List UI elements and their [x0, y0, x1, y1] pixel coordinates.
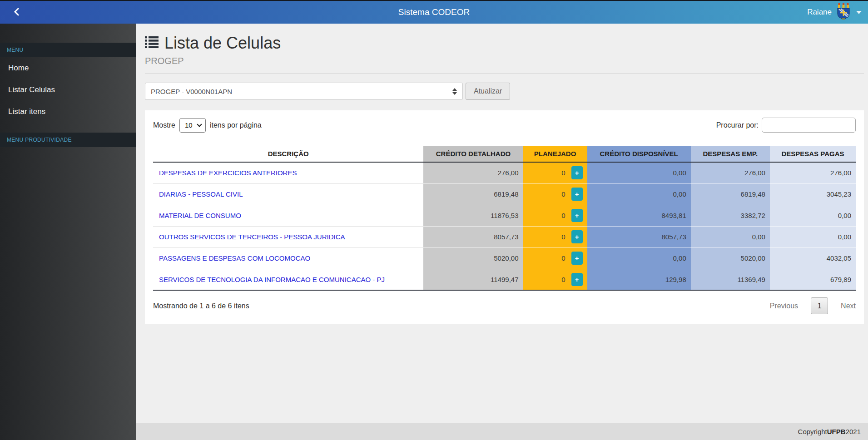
- celula-select-value: PROGEP - V0000N01APN: [151, 88, 232, 95]
- cell-despesas-emp: 5020,00: [691, 247, 770, 269]
- sidebar-item-listar-celulas[interactable]: Listar Celulas: [0, 79, 136, 101]
- table-row: DESPESAS DE EXERCICIOS ANTERIORES 276,00…: [153, 162, 856, 183]
- chevron-left-icon: [13, 8, 20, 17]
- add-planejado-button[interactable]: +: [571, 273, 583, 286]
- cell-planejado: 0: [561, 212, 565, 219]
- col-header-credito-detalhado[interactable]: CRÉDITO DETALHADO: [423, 146, 523, 162]
- main-content: Lista de Celulas PROGEP PROGEP - V0000N0…: [136, 24, 868, 423]
- cell-despesas-pagas: 0,00: [770, 226, 856, 247]
- cell-credito-disponivel: 8493,81: [587, 205, 691, 226]
- cell-despesas-emp: 0,00: [691, 226, 770, 247]
- cell-despesas-emp: 11369,49: [691, 269, 770, 290]
- cell-despesas-pagas: 4032,05: [770, 247, 856, 269]
- sidebar: MENU Home Listar Celulas Listar itens ME…: [0, 24, 136, 440]
- atualizar-button[interactable]: Atualizar: [466, 83, 510, 100]
- chevron-down-icon: [197, 122, 202, 127]
- celula-link[interactable]: DESPESAS DE EXERCICIOS ANTERIORES: [159, 169, 297, 177]
- add-planejado-button[interactable]: +: [571, 188, 583, 201]
- cell-despesas-emp: 3382,72: [691, 205, 770, 226]
- cell-planejado: 0: [561, 169, 565, 177]
- table-row: PASSAGENS E DESPESAS COM LOCOMOCAO 5020,…: [153, 247, 856, 269]
- list-icon: [145, 36, 159, 51]
- pagination-info: Mostrando de 1 a 6 de 6 itens: [153, 302, 249, 310]
- cell-despesas-emp: 276,00: [691, 162, 770, 183]
- cell-credito-disponivel: 0,00: [587, 183, 691, 205]
- celula-link[interactable]: OUTROS SERVICOS DE TERCEIROS - PESSOA JU…: [159, 233, 345, 241]
- cell-planejado: 0: [561, 276, 565, 283]
- celula-link[interactable]: SERVICOS DE TECNOLOGIA DA INFORMACAO E C…: [159, 276, 385, 283]
- next-page-button[interactable]: Next: [841, 302, 856, 310]
- table-row: OUTROS SERVICOS DE TERCEIROS - PESSOA JU…: [153, 226, 856, 247]
- col-header-despesas-pagas[interactable]: DESPESAS PAGAS: [770, 146, 856, 162]
- table-row: MATERIAL DE CONSUMO 11876,53 0+ 8493,81 …: [153, 205, 856, 226]
- back-button[interactable]: [7, 1, 25, 24]
- page-footer: CopyrightUFPB2021: [136, 423, 868, 440]
- table-footer: Mostrando de 1 a 6 de 6 itens Previous 1…: [153, 297, 856, 314]
- cell-despesas-emp: 6819,48: [691, 183, 770, 205]
- cell-planejado: 0: [561, 190, 565, 198]
- length-label-suffix: itens por página: [210, 121, 262, 129]
- sidebar-section-menu: MENU: [0, 43, 136, 57]
- sidebar-section-menu-produtividade: MENU PRODUTIVIDADE: [0, 133, 136, 147]
- user-name: Raiane: [807, 8, 832, 17]
- search-label: Procurar por:: [716, 121, 759, 129]
- cell-planejado: 0: [561, 233, 565, 241]
- add-planejado-button[interactable]: +: [571, 252, 583, 265]
- page-size-value: 10: [185, 121, 193, 129]
- copyright-brand: UFPB: [827, 428, 846, 435]
- divider: [145, 73, 864, 74]
- col-header-planejado[interactable]: PLANEJADO: [523, 146, 587, 162]
- celula-link[interactable]: MATERIAL DE CONSUMO: [159, 212, 241, 219]
- copyright-prefix: Copyright: [798, 428, 827, 435]
- cell-planejado: 0: [561, 254, 565, 262]
- sidebar-item-listar-itens[interactable]: Listar itens: [0, 101, 136, 123]
- table-controls: Mostre 10 itens por página Procurar por:: [153, 118, 856, 133]
- pagination: Previous 1 Next: [770, 297, 856, 314]
- page-number-button[interactable]: 1: [811, 297, 828, 314]
- page-header: Lista de Celulas PROGEP: [145, 34, 864, 74]
- user-menu[interactable]: Raiane: [807, 1, 862, 24]
- cell-despesas-pagas: 276,00: [770, 162, 856, 183]
- celulas-table: DESCRIÇÃO CRÉDITO DETALHADO PLANEJADO CR…: [153, 146, 856, 291]
- cell-credito-detalhado: 276,00: [423, 162, 523, 183]
- col-header-descricao[interactable]: DESCRIÇÃO: [153, 146, 423, 162]
- cell-credito-disponivel: 0,00: [587, 162, 691, 183]
- select-arrows-icon: [452, 88, 457, 95]
- cell-despesas-pagas: 0,00: [770, 205, 856, 226]
- celula-link[interactable]: PASSAGENS E DESPESAS COM LOCOMOCAO: [159, 254, 310, 262]
- cell-credito-detalhado: 11876,53: [423, 205, 523, 226]
- cell-credito-detalhado: 11499,47: [423, 269, 523, 290]
- sidebar-item-home[interactable]: Home: [0, 57, 136, 79]
- cell-credito-detalhado: 6819,48: [423, 183, 523, 205]
- search-input[interactable]: [762, 118, 856, 133]
- page-size-select[interactable]: 10: [179, 118, 206, 133]
- col-header-credito-disponivel[interactable]: CRÉDITO DISPOSNÍVEL: [587, 146, 691, 162]
- page-title: Lista de Celulas: [164, 34, 281, 53]
- cell-despesas-pagas: 679,89: [770, 269, 856, 290]
- col-header-despesas-emp[interactable]: DESPESAS EMP.: [691, 146, 770, 162]
- top-navbar: Sistema CODEOR Raiane: [0, 0, 868, 24]
- cell-credito-disponivel: 8057,73: [587, 226, 691, 247]
- add-planejado-button[interactable]: +: [571, 209, 583, 222]
- table-row: SERVICOS DE TECNOLOGIA DA INFORMACAO E C…: [153, 269, 856, 290]
- cell-credito-disponivel: 0,00: [587, 247, 691, 269]
- celula-link[interactable]: DIARIAS - PESSOAL CIVIL: [159, 190, 243, 198]
- copyright-year: 2021: [846, 428, 861, 435]
- table-header-row: DESCRIÇÃO CRÉDITO DETALHADO PLANEJADO CR…: [153, 146, 856, 162]
- previous-page-button[interactable]: Previous: [770, 302, 798, 310]
- table-row: DIARIAS - PESSOAL CIVIL 6819,48 0+ 0,00 …: [153, 183, 856, 205]
- cell-credito-detalhado: 5020,00: [423, 247, 523, 269]
- add-planejado-button[interactable]: +: [571, 166, 583, 179]
- ufpb-logo-icon: [837, 3, 850, 22]
- length-label-prefix: Mostre: [153, 121, 175, 129]
- cell-credito-disponivel: 129,98: [587, 269, 691, 290]
- add-planejado-button[interactable]: +: [571, 230, 583, 243]
- page-subtitle: PROGEP: [145, 56, 864, 66]
- chevron-down-icon: [856, 11, 862, 14]
- table-card: Mostre 10 itens por página Procurar por:…: [145, 110, 864, 324]
- celula-select[interactable]: PROGEP - V0000N01APN: [145, 83, 463, 100]
- filter-row: PROGEP - V0000N01APN Atualizar: [145, 83, 864, 100]
- cell-credito-detalhado: 8057,73: [423, 226, 523, 247]
- app-title: Sistema CODEOR: [0, 7, 868, 17]
- sidebar-spacer: [0, 123, 136, 133]
